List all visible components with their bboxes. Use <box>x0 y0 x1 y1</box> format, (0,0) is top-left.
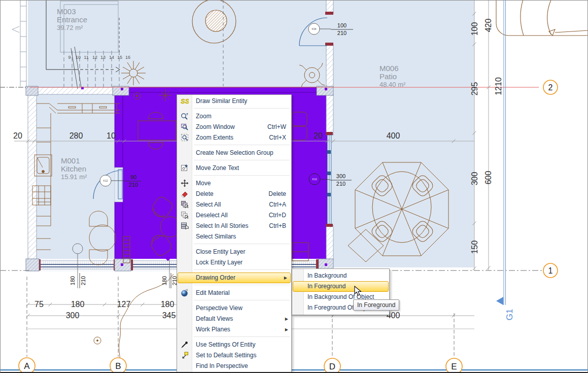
menu-item-label: Use Settings Of Entity <box>196 341 255 348</box>
menu-item-delete[interactable]: Delete Delete <box>177 189 291 199</box>
no-icon <box>181 315 189 323</box>
menu-item-close-entity-layer[interactable]: Close Entity Layer <box>177 247 291 257</box>
svg-text:180: 180 <box>70 276 76 285</box>
menu-item-label: Select In All Stories <box>196 222 248 229</box>
select-all-icon <box>181 200 189 209</box>
svg-text:127: 127 <box>117 300 131 309</box>
menu-item-set-to-default-settings[interactable]: Set to Default Settings <box>177 350 291 361</box>
menu-item-zoom-extents[interactable]: Zoom Extents Ctrl+X <box>177 132 291 143</box>
menu-separator <box>194 244 290 245</box>
menu-separator <box>194 175 290 176</box>
menu-item-zoom[interactable]: Zoom <box>177 111 291 122</box>
menu-item-select-similars[interactable]: Select Similars <box>177 231 291 242</box>
menu-item-label: Move <box>196 180 211 187</box>
menu-item-deselect-all[interactable]: Deselect All Ctrl+D <box>177 210 291 221</box>
svg-text:210: 210 <box>336 181 345 187</box>
menu-item-shortcut: Ctrl+W <box>267 122 286 132</box>
svg-text:K06: K06 <box>312 27 317 30</box>
svg-text:10: 10 <box>76 55 81 60</box>
svg-text:210: 210 <box>129 182 138 188</box>
menu-item-label: Lock Entity Layer <box>196 259 243 266</box>
menu-separator <box>194 269 290 270</box>
menu-item-edit-material[interactable]: Edit Material <box>177 288 291 298</box>
menu-item-create-new-selection-group[interactable]: Create New Selection Group <box>177 148 291 158</box>
menu-item-select-all[interactable]: Select All Ctrl+A <box>177 199 291 210</box>
menu-item-select-in-all-stories[interactable]: Select In All Stories Ctrl+B <box>177 221 291 231</box>
menu-item-shortcut: Ctrl+B <box>269 221 286 231</box>
menu-item-draw-similar-entity[interactable]: SS Draw Similar Entity <box>177 96 291 107</box>
menu-separator <box>194 145 290 146</box>
deselect-all-icon <box>181 211 189 219</box>
svg-text:1: 1 <box>548 266 553 275</box>
set-default-icon <box>181 351 189 359</box>
menu-item-perspective-view[interactable]: Perspective View <box>177 303 291 314</box>
menu-item-label: Drawing Order <box>196 274 235 281</box>
menu-separator <box>194 108 290 109</box>
svg-text:K10: K10 <box>313 178 317 181</box>
svg-text:Patio: Patio <box>379 72 397 81</box>
menu-item-label: Default Views <box>196 315 233 322</box>
submenu-item-in-background[interactable]: In Background <box>292 270 389 281</box>
submenu-item-in-foreground[interactable]: In Foreground <box>293 281 389 292</box>
svg-text:90: 90 <box>130 174 136 180</box>
menu-item-label: Create New Selection Group <box>196 149 273 156</box>
no-icon <box>182 274 190 282</box>
no-icon <box>181 248 189 256</box>
menu-item-label: Move Zone Text <box>196 164 239 172</box>
g1-marker <box>496 297 503 305</box>
g1-label: G1 <box>505 309 514 321</box>
menu-item-shortcut: Ctrl+X <box>269 132 286 143</box>
svg-text:1210: 1210 <box>494 77 503 95</box>
edit-material-icon <box>181 289 189 297</box>
svg-text:11: 11 <box>84 55 88 60</box>
svg-text:20: 20 <box>13 131 22 140</box>
menu-item-move[interactable]: Move <box>177 178 291 189</box>
svg-text:12: 12 <box>92 55 97 60</box>
svg-text:210: 210 <box>337 30 347 36</box>
menu-separator <box>194 160 290 161</box>
svg-text:345: 345 <box>162 311 176 320</box>
eyedropper-icon <box>181 341 189 349</box>
menu-item-lock-entity-layer[interactable]: Lock Entity Layer <box>177 257 291 268</box>
svg-text:100: 100 <box>470 22 479 36</box>
svg-text:Entrance: Entrance <box>57 15 87 24</box>
menu-item-use-settings-of-entity[interactable]: Use Settings Of Entity <box>177 340 291 350</box>
menu-item-work-planes[interactable]: Work Planes ▶ <box>177 324 291 335</box>
menu-item-label: Work Planes <box>196 326 230 333</box>
menu-separator <box>194 285 290 286</box>
select-stories-icon <box>181 222 189 230</box>
menu-item-label: Perspective View <box>196 304 243 312</box>
svg-text:48.40 m²: 48.40 m² <box>379 81 406 88</box>
svg-text:75: 75 <box>34 300 44 309</box>
svg-text:180: 180 <box>161 300 175 309</box>
submenu-arrow-icon: ▶ <box>285 324 288 335</box>
svg-text:M001: M001 <box>61 156 80 165</box>
submenu-item-label: In Foreground <box>307 283 345 290</box>
svg-text:600: 600 <box>484 171 493 185</box>
draw-similar-icon: SS <box>181 97 189 105</box>
menu-item-default-views[interactable]: Default Views ▶ <box>177 314 291 324</box>
svg-text:10: 10 <box>107 131 116 140</box>
svg-text:300: 300 <box>470 172 479 186</box>
svg-text:20: 20 <box>314 131 323 140</box>
menu-item-label: Edit Material <box>196 289 230 296</box>
menu-separator <box>194 336 290 337</box>
menu-item-move-zone-text[interactable]: Move Zone Text <box>177 163 291 174</box>
menu-item-label: Zoom Window <box>196 123 235 130</box>
svg-text:400: 400 <box>387 131 400 140</box>
svg-text:180: 180 <box>71 300 85 309</box>
menu-item-zoom-window[interactable]: Zoom Window Ctrl+W <box>177 122 291 132</box>
zoom-icon <box>181 112 189 120</box>
zoom-extents-icon <box>181 133 189 142</box>
menu-item-drawing-order[interactable]: Drawing Order ▶ <box>178 273 291 283</box>
svg-text:B: B <box>115 361 121 371</box>
submenu-arrow-icon: ▶ <box>285 314 288 324</box>
context-menu: SS Draw Similar Entity Zoom Zoom Window … <box>177 94 292 373</box>
menu-item-label: Zoom <box>196 113 212 120</box>
menu-item-label: Select Similars <box>196 233 236 240</box>
no-icon <box>181 258 189 266</box>
menu-item-find-in-perspective[interactable]: Find In Perspective <box>177 361 291 371</box>
menu-item-label: Deselect All <box>196 212 228 219</box>
drawing-canvas[interactable]: K06 100 210 K12 90 210 K10 300 210 <box>0 0 588 373</box>
svg-text:M006: M006 <box>379 64 399 73</box>
